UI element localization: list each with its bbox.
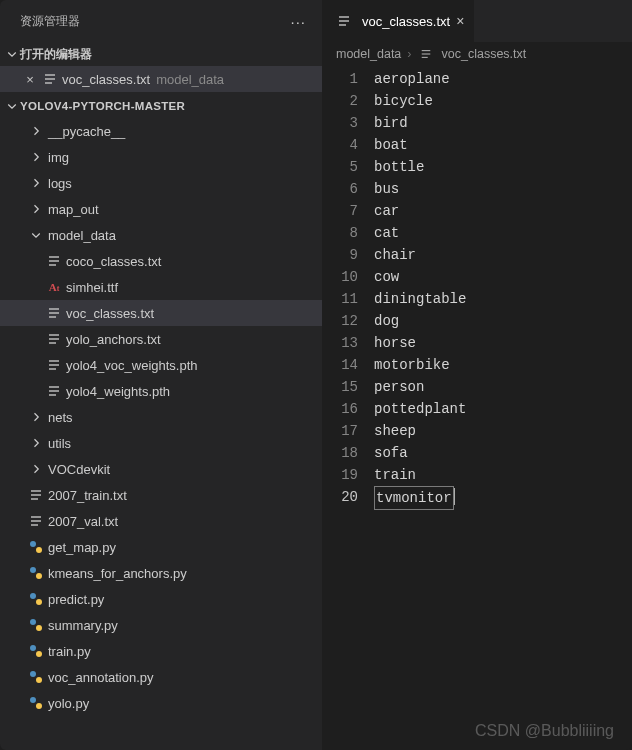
folder-item[interactable]: map_out — [0, 196, 322, 222]
file-item[interactable]: coco_classes.txt — [0, 248, 322, 274]
breadcrumb[interactable]: model_data › voc_classes.txt — [322, 42, 632, 66]
chevron-down-icon — [4, 46, 20, 62]
code-line[interactable]: 4boat — [322, 134, 632, 156]
code-line[interactable]: 1aeroplane — [322, 68, 632, 90]
code-line[interactable]: 2bicycle — [322, 90, 632, 112]
close-icon[interactable]: × — [456, 13, 464, 29]
breadcrumb-folder[interactable]: model_data — [336, 47, 401, 61]
file-name: kmeans_for_anchors.py — [48, 566, 187, 581]
svg-point-34 — [30, 671, 36, 677]
code-line[interactable]: 3bird — [322, 112, 632, 134]
open-editor-name: voc_classes.txt — [62, 72, 150, 87]
code-line[interactable]: 18sofa — [322, 442, 632, 464]
code-text: cat — [374, 222, 399, 244]
code-text: bus — [374, 178, 399, 200]
file-item[interactable]: voc_annotation.py — [0, 664, 322, 690]
svg-point-24 — [30, 541, 36, 547]
folder-item[interactable]: nets — [0, 404, 322, 430]
code-line[interactable]: 14motorbike — [322, 354, 632, 376]
editor-panel: voc_classes.txt × model_data › voc_class… — [322, 0, 632, 750]
code-text: bottle — [374, 156, 424, 178]
python-icon — [26, 693, 46, 713]
chevron-down-icon — [4, 98, 20, 114]
python-icon — [26, 537, 46, 557]
file-item[interactable]: get_map.py — [0, 534, 322, 560]
line-number: 20 — [322, 486, 374, 510]
file-item[interactable]: 2007_val.txt — [0, 508, 322, 534]
tab-voc-classes[interactable]: voc_classes.txt × — [322, 0, 475, 42]
file-item[interactable]: predict.py — [0, 586, 322, 612]
line-number: 14 — [322, 354, 374, 376]
line-number: 10 — [322, 266, 374, 288]
code-line[interactable]: 7car — [322, 200, 632, 222]
file-item[interactable]: summary.py — [0, 612, 322, 638]
code-text: aeroplane — [374, 68, 450, 90]
file-text-icon — [44, 329, 64, 349]
code-line[interactable]: 17sheep — [322, 420, 632, 442]
file-item[interactable]: yolo4_voc_weights.pth — [0, 352, 322, 378]
code-line[interactable]: 6bus — [322, 178, 632, 200]
file-item[interactable]: yolo_anchors.txt — [0, 326, 322, 352]
line-number: 9 — [322, 244, 374, 266]
folder-name: img — [48, 150, 69, 165]
line-number: 1 — [322, 68, 374, 90]
font-icon: At — [44, 277, 64, 297]
code-text: sofa — [374, 442, 408, 464]
file-item[interactable]: kmeans_for_anchors.py — [0, 560, 322, 586]
breadcrumb-file[interactable]: voc_classes.txt — [442, 47, 527, 61]
folder-item[interactable]: model_data — [0, 222, 322, 248]
file-text-icon — [44, 251, 64, 271]
code-line[interactable]: 9chair — [322, 244, 632, 266]
open-editors-header[interactable]: 打开的编辑器 — [0, 42, 322, 66]
svg-point-31 — [36, 625, 42, 631]
chevron-right-icon — [26, 407, 46, 427]
file-name: predict.py — [48, 592, 104, 607]
folder-item[interactable]: logs — [0, 170, 322, 196]
code-line[interactable]: 5bottle — [322, 156, 632, 178]
svg-point-35 — [36, 677, 42, 683]
line-number: 16 — [322, 398, 374, 420]
code-area[interactable]: 1aeroplane2bicycle3bird4boat5bottle6bus7… — [322, 66, 632, 510]
code-line[interactable]: 10cow — [322, 266, 632, 288]
project-header[interactable]: YOLOV4-PYTORCH-MASTER — [0, 94, 322, 118]
folder-item[interactable]: utils — [0, 430, 322, 456]
line-number: 8 — [322, 222, 374, 244]
open-editor-item[interactable]: ×voc_classes.txtmodel_data — [0, 66, 322, 92]
line-number: 19 — [322, 464, 374, 486]
code-line[interactable]: 16pottedplant — [322, 398, 632, 420]
more-icon[interactable]: ··· — [290, 13, 306, 30]
tab-title: voc_classes.txt — [362, 14, 450, 29]
line-number: 12 — [322, 310, 374, 332]
code-line[interactable]: 19train — [322, 464, 632, 486]
code-line[interactable]: 8cat — [322, 222, 632, 244]
file-name: yolo4_weights.pth — [66, 384, 170, 399]
folder-item[interactable]: VOCdevkit — [0, 456, 322, 482]
close-icon[interactable]: × — [20, 72, 40, 87]
file-item[interactable]: yolo.py — [0, 690, 322, 716]
line-number: 11 — [322, 288, 374, 310]
folder-name: VOCdevkit — [48, 462, 110, 477]
file-item[interactable]: 2007_train.txt — [0, 482, 322, 508]
file-item[interactable]: Atsimhei.ttf — [0, 274, 322, 300]
file-name: voc_classes.txt — [66, 306, 154, 321]
file-name: train.py — [48, 644, 91, 659]
folder-item[interactable]: __pycache__ — [0, 118, 322, 144]
code-line[interactable]: 11diningtable — [322, 288, 632, 310]
svg-point-27 — [36, 573, 42, 579]
line-number: 18 — [322, 442, 374, 464]
python-icon — [26, 667, 46, 687]
folder-name: nets — [48, 410, 73, 425]
code-line[interactable]: 20tvmonitor — [322, 486, 632, 510]
code-line[interactable]: 12dog — [322, 310, 632, 332]
svg-point-29 — [36, 599, 42, 605]
folder-item[interactable]: img — [0, 144, 322, 170]
svg-point-26 — [30, 567, 36, 573]
file-name: simhei.ttf — [66, 280, 118, 295]
file-item[interactable]: yolo4_weights.pth — [0, 378, 322, 404]
folder-name: __pycache__ — [48, 124, 125, 139]
file-item[interactable]: voc_classes.txt — [0, 300, 322, 326]
code-line[interactable]: 15person — [322, 376, 632, 398]
file-item[interactable]: train.py — [0, 638, 322, 664]
code-line[interactable]: 13horse — [322, 332, 632, 354]
file-text-icon — [44, 303, 64, 323]
